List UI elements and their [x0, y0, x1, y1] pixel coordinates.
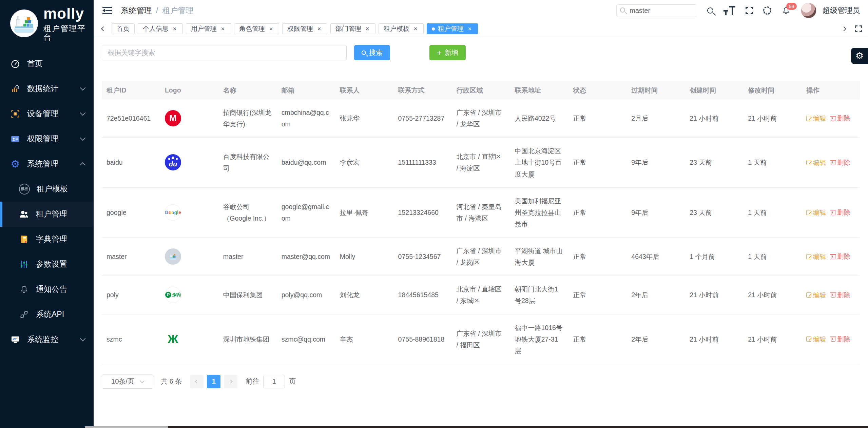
col-expire: 过期时间: [626, 81, 685, 99]
page-number-1[interactable]: 1: [207, 375, 220, 388]
col-modified: 修改时间: [743, 81, 802, 99]
edit-button[interactable]: 编辑: [806, 289, 826, 301]
trash-icon: [831, 337, 835, 342]
delete-button[interactable]: 删除: [831, 206, 850, 218]
tabs-scroll-left-icon[interactable]: [100, 26, 107, 32]
col-name: 名称: [218, 81, 277, 99]
col-status: 状态: [568, 81, 626, 99]
tab-user-management[interactable]: 用户管理×: [186, 23, 231, 34]
content-fullscreen-icon[interactable]: [855, 25, 862, 32]
tab-tenant-management[interactable]: 租户管理×: [427, 23, 478, 34]
delete-button[interactable]: 删除: [831, 289, 850, 301]
tab-label: 租户模板: [384, 24, 409, 33]
breadcrumb-item[interactable]: 系统管理: [121, 5, 152, 16]
cell-modified: 1 天前: [743, 238, 802, 276]
pagination: 10条/页 共 6 条 1 前往 页: [102, 374, 860, 389]
cell-status: 正常: [568, 314, 626, 364]
tab-profile[interactable]: 个人信息×: [138, 23, 183, 34]
cell-region: 广东省 / 深圳市 / 龙岗区: [452, 238, 510, 276]
close-icon[interactable]: ×: [220, 26, 226, 32]
close-icon[interactable]: ×: [467, 26, 473, 32]
edit-button[interactable]: 编辑: [806, 113, 826, 124]
search-button-icon[interactable]: [707, 7, 713, 14]
sidebar-item-label: 系统管理: [27, 159, 58, 169]
add-button[interactable]: + 新增: [429, 45, 466, 60]
refresh-spinner-icon[interactable]: [763, 6, 771, 15]
close-icon[interactable]: ×: [364, 26, 370, 32]
edit-button[interactable]: 编辑: [806, 251, 826, 262]
trash-icon: [831, 211, 835, 215]
font-size-icon[interactable]: [724, 6, 735, 15]
sidebar-item-tenant-template[interactable]: 模板 租户模板: [0, 177, 94, 202]
goto-page-input[interactable]: [263, 375, 285, 388]
cell-phone: 15213324660: [393, 187, 452, 237]
next-page-button[interactable]: [224, 375, 237, 388]
sidebar-item-system-api[interactable]: 系统API: [0, 302, 94, 327]
cell-tenant-id: baidu: [102, 138, 160, 187]
tab-label: 角色管理: [239, 24, 265, 33]
tab-home[interactable]: 首页: [112, 23, 135, 34]
tab-permission-management[interactable]: 权限管理×: [282, 23, 327, 34]
sidebar-item-dictionary[interactable]: 字典管理: [0, 227, 94, 252]
cell-region: 北京市 / 直辖区 / 海淀区: [452, 138, 510, 187]
tab-label: 首页: [117, 24, 130, 33]
tab-role-management[interactable]: 角色管理×: [234, 23, 279, 34]
prev-page-button[interactable]: [190, 375, 204, 388]
cell-phone: 15111111333: [393, 138, 452, 187]
tabs-scroll-right-icon[interactable]: [841, 26, 847, 32]
collapse-sidebar-icon[interactable]: [102, 7, 112, 14]
close-icon[interactable]: ×: [172, 26, 178, 32]
sidebar-item-parameters[interactable]: 参数设置: [0, 252, 94, 277]
edit-button[interactable]: 编辑: [806, 157, 826, 168]
close-icon[interactable]: ×: [268, 26, 274, 32]
tab-tenant-template[interactable]: 租户模板×: [379, 23, 424, 34]
theme-settings-button[interactable]: ⚙: [851, 48, 868, 64]
sidebar-item-devices[interactable]: 设备管理: [0, 101, 94, 126]
delete-button[interactable]: 删除: [831, 157, 850, 168]
sidebar-item-statistics[interactable]: 数据统计: [0, 76, 94, 101]
chevron-right-icon: [229, 380, 233, 383]
search-button[interactable]: 搜索: [354, 45, 390, 60]
cell-name: 招商银行(深圳龙华支行): [218, 99, 277, 138]
tenant-table: 租户ID Logo 名称 邮箱 联系人 联系方式 行政区域 联系地址 状态 过期…: [102, 81, 860, 364]
sidebar-item-monitoring[interactable]: 系统监控: [0, 327, 94, 352]
header-search-input[interactable]: [616, 4, 697, 17]
sidebar-item-label: 参数设置: [36, 259, 67, 269]
sidebar-item-system[interactable]: ⚙ 系统管理: [0, 151, 94, 177]
edit-button[interactable]: 编辑: [806, 333, 826, 345]
sidebar-item-permissions[interactable]: 权限管理: [0, 126, 94, 151]
cell-phone: 0755-1234567: [393, 238, 452, 276]
sidebar-item-tenant-management[interactable]: 租户管理: [0, 202, 94, 227]
close-icon[interactable]: ×: [412, 26, 419, 32]
chevron-down-icon: [80, 336, 86, 342]
active-tab-dot: [432, 27, 435, 30]
cell-contact: Molly: [335, 238, 393, 276]
app-name: molly: [43, 5, 90, 22]
notifications-bell-icon[interactable]: 63: [782, 6, 791, 15]
app-logo: molly 租户管理平台: [0, 0, 94, 45]
page-size-select[interactable]: 10条/页: [102, 374, 153, 389]
sidebar-item-home[interactable]: 首页: [0, 51, 94, 76]
delete-button[interactable]: 删除: [831, 333, 850, 345]
delete-button[interactable]: 删除: [831, 112, 850, 124]
sidebar-item-notices[interactable]: 通知公告: [0, 277, 94, 302]
delete-button[interactable]: 删除: [831, 250, 850, 262]
device-icon: [10, 109, 20, 119]
avatar[interactable]: [801, 3, 816, 18]
sidebar-item-label: 租户管理: [36, 209, 67, 219]
breadcrumb-separator: /: [156, 6, 158, 15]
cell-tenant-id: szmc: [102, 314, 160, 364]
fullscreen-icon[interactable]: [746, 7, 753, 14]
tab-label: 用户管理: [191, 24, 217, 33]
table-row: baidu du 百度科技有限公司 baidu@qq.com 李彦宏 15111…: [102, 138, 860, 187]
keyword-search-input[interactable]: [102, 45, 347, 60]
edit-button[interactable]: 编辑: [806, 207, 826, 218]
close-icon[interactable]: ×: [316, 26, 322, 32]
sidebar-item-label: 权限管理: [27, 134, 58, 144]
cell-created: 21 小时前: [685, 99, 743, 138]
cell-created: 1 个月前: [685, 238, 743, 276]
tab-department-management[interactable]: 部门管理×: [330, 23, 375, 34]
cell-modified: 21 小时前: [743, 99, 802, 138]
cell-status: 正常: [568, 99, 626, 138]
cell-phone: 18445615485: [393, 276, 452, 314]
